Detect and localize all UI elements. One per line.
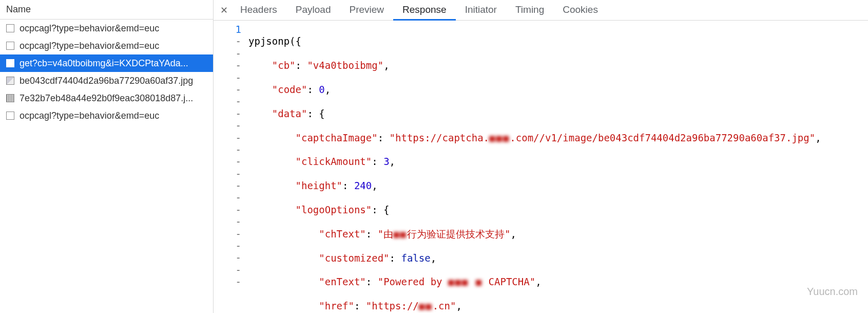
file-icon [6,24,14,32]
fold-dash: - [214,204,241,216]
request-row[interactable]: 7e32b7eb48a44e92b0f9eac308018d87.j... [0,89,213,107]
redacted-host: ■■ [419,300,433,311]
devtools-window: Name ocpcagl?type=behavior&emd=euc ocpca… [0,0,868,313]
column-name-label: Name [6,4,31,15]
fold-dash: - [214,60,241,71]
key-cb: "cb" [272,60,296,71]
fold-dash: - [214,216,241,228]
code-content: ypjsonp({ "cb": "v4a0tboibmg", "code": 0… [246,21,868,313]
request-name: be043cdf74404d2a96ba77290a60af37.jpg [20,76,193,86]
fold-dash: - [214,228,241,240]
request-name: 7e32b7eb48a44e92b0f9eac308018d87.j... [20,93,193,104]
key-customized: "customized" [319,252,389,264]
val-cb: "v4a0tboibmg" [307,60,383,71]
tab-response[interactable]: Response [393,0,456,21]
request-name: ocpcagl?type=behavior&emd=euc [20,111,159,121]
request-name: get?cb=v4a0tboibmg&i=KXDCPtaYAda... [20,58,188,69]
key-height: "height" [296,180,343,191]
detail-tab-bar: ✕ Headers Payload Preview Response Initi… [214,0,868,21]
val-code: 0 [319,84,324,95]
network-column-header[interactable]: Name [0,0,213,20]
file-icon [6,42,14,50]
key-click-amount: "clickAmount" [296,156,372,167]
tab-headers[interactable]: Headers [231,0,286,21]
fold-dash: - [214,264,241,276]
fold-dash: - [214,132,241,144]
key-captcha-image: "captchaImage" [296,132,378,143]
line-gutter: 1 - - - - - - - - - - - - - - - - - - - [214,21,246,313]
image-icon [6,94,14,102]
val-height: 240 [354,180,372,191]
fold-dash: - [214,168,241,180]
fold-dash: - [214,144,241,156]
request-row[interactable]: get?cb=v4a0tboibmg&i=KXDCPtaYAda... [0,54,213,72]
request-name: ocpcagl?type=behavior&emd=euc [20,41,159,51]
network-request-list: ocpcagl?type=behavior&emd=euc ocpcagl?ty… [0,20,213,313]
request-row[interactable]: be043cdf74404d2a96ba77290a60af37.jpg [0,72,213,89]
val-click-amount: 3 [383,156,389,167]
fold-dash: - [214,276,241,288]
key-data: "data" [272,108,307,119]
close-icon[interactable]: ✕ [217,5,231,16]
file-icon [6,59,14,67]
request-detail-panel: ✕ Headers Payload Preview Response Initi… [214,0,868,313]
key-code: "code" [272,84,307,95]
request-row[interactable]: ocpcagl?type=behavior&emd=euc [0,107,213,124]
key-en-text: "enText" [319,276,366,287]
redacted-text: ■■■ ■ [448,276,483,287]
key-logo-options: "logoOptions" [296,204,372,215]
tab-payload[interactable]: Payload [286,0,340,21]
fold-dash: - [214,108,241,120]
image-icon [6,77,14,85]
line-number: 1 [214,24,241,35]
fold-dash: - [214,252,241,264]
fold-dash: - [214,72,241,84]
fold-dash: - [214,96,241,107]
tab-preview[interactable]: Preview [340,0,394,21]
key-ch-text: "chText" [319,228,366,240]
tab-timing[interactable]: Timing [506,0,553,21]
fold-dash: - [214,240,241,252]
fold-dash: - [214,35,241,47]
fold-dash: - [214,48,241,60]
response-body[interactable]: 1 - - - - - - - - - - - - - - - - - - - [214,21,868,313]
request-row[interactable]: ocpcagl?type=behavior&emd=euc [0,37,213,54]
val-customized: false [401,252,430,264]
request-row[interactable]: ocpcagl?type=behavior&emd=euc [0,20,213,37]
watermark: Yuucn.com [807,286,858,298]
fold-dash: - [214,192,241,204]
tab-initiator[interactable]: Initiator [456,0,506,21]
redacted-host: ■■■ [489,132,510,143]
fold-dash: - [214,120,241,132]
tab-cookies[interactable]: Cookies [553,0,607,21]
network-request-panel: Name ocpcagl?type=behavior&emd=euc ocpca… [0,0,214,313]
fold-dash: - [214,84,241,96]
fold-dash: - [214,180,241,192]
request-name: ocpcagl?type=behavior&emd=euc [20,23,159,34]
key-href: "href" [319,300,354,311]
file-icon [6,112,14,120]
redacted-text: ■■ [393,228,407,240]
jsonp-wrapper-open: ypjsonp({ [248,35,301,47]
fold-dash: - [214,156,241,168]
